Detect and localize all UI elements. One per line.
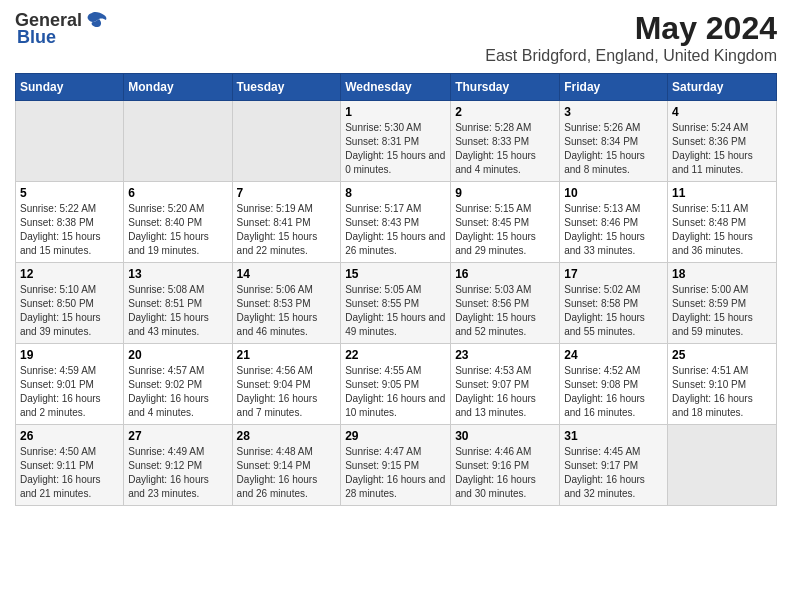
calendar-cell: 10Sunrise: 5:13 AMSunset: 8:46 PMDayligh…	[560, 182, 668, 263]
calendar-cell: 2Sunrise: 5:28 AMSunset: 8:33 PMDaylight…	[451, 101, 560, 182]
day-info: Sunrise: 4:50 AMSunset: 9:11 PMDaylight:…	[20, 445, 119, 501]
column-header-wednesday: Wednesday	[341, 74, 451, 101]
calendar-cell: 11Sunrise: 5:11 AMSunset: 8:48 PMDayligh…	[668, 182, 777, 263]
day-number: 25	[672, 348, 772, 362]
calendar-cell: 31Sunrise: 4:45 AMSunset: 9:17 PMDayligh…	[560, 425, 668, 506]
day-info: Sunrise: 4:53 AMSunset: 9:07 PMDaylight:…	[455, 364, 555, 420]
calendar-cell: 22Sunrise: 4:55 AMSunset: 9:05 PMDayligh…	[341, 344, 451, 425]
column-header-saturday: Saturday	[668, 74, 777, 101]
day-number: 10	[564, 186, 663, 200]
day-info: Sunrise: 4:51 AMSunset: 9:10 PMDaylight:…	[672, 364, 772, 420]
calendar-cell: 17Sunrise: 5:02 AMSunset: 8:58 PMDayligh…	[560, 263, 668, 344]
calendar-cell: 6Sunrise: 5:20 AMSunset: 8:40 PMDaylight…	[124, 182, 232, 263]
day-info: Sunrise: 5:15 AMSunset: 8:45 PMDaylight:…	[455, 202, 555, 258]
column-header-friday: Friday	[560, 74, 668, 101]
day-number: 27	[128, 429, 227, 443]
calendar-cell: 28Sunrise: 4:48 AMSunset: 9:14 PMDayligh…	[232, 425, 341, 506]
day-number: 28	[237, 429, 337, 443]
day-number: 9	[455, 186, 555, 200]
day-info: Sunrise: 5:13 AMSunset: 8:46 PMDaylight:…	[564, 202, 663, 258]
week-row-5: 26Sunrise: 4:50 AMSunset: 9:11 PMDayligh…	[16, 425, 777, 506]
day-number: 17	[564, 267, 663, 281]
day-info: Sunrise: 5:28 AMSunset: 8:33 PMDaylight:…	[455, 121, 555, 177]
day-number: 13	[128, 267, 227, 281]
calendar-cell	[124, 101, 232, 182]
calendar-cell: 23Sunrise: 4:53 AMSunset: 9:07 PMDayligh…	[451, 344, 560, 425]
page-subtitle: East Bridgford, England, United Kingdom	[485, 47, 777, 65]
day-info: Sunrise: 4:48 AMSunset: 9:14 PMDaylight:…	[237, 445, 337, 501]
day-number: 31	[564, 429, 663, 443]
day-number: 30	[455, 429, 555, 443]
day-number: 11	[672, 186, 772, 200]
week-row-3: 12Sunrise: 5:10 AMSunset: 8:50 PMDayligh…	[16, 263, 777, 344]
calendar-cell: 25Sunrise: 4:51 AMSunset: 9:10 PMDayligh…	[668, 344, 777, 425]
calendar-cell: 27Sunrise: 4:49 AMSunset: 9:12 PMDayligh…	[124, 425, 232, 506]
calendar-cell: 4Sunrise: 5:24 AMSunset: 8:36 PMDaylight…	[668, 101, 777, 182]
title-area: May 2024 East Bridgford, England, United…	[485, 10, 777, 65]
calendar-cell: 30Sunrise: 4:46 AMSunset: 9:16 PMDayligh…	[451, 425, 560, 506]
calendar-cell: 16Sunrise: 5:03 AMSunset: 8:56 PMDayligh…	[451, 263, 560, 344]
column-header-monday: Monday	[124, 74, 232, 101]
week-row-1: 1Sunrise: 5:30 AMSunset: 8:31 PMDaylight…	[16, 101, 777, 182]
day-number: 5	[20, 186, 119, 200]
day-info: Sunrise: 5:26 AMSunset: 8:34 PMDaylight:…	[564, 121, 663, 177]
day-number: 16	[455, 267, 555, 281]
calendar-cell: 8Sunrise: 5:17 AMSunset: 8:43 PMDaylight…	[341, 182, 451, 263]
day-info: Sunrise: 5:05 AMSunset: 8:55 PMDaylight:…	[345, 283, 446, 339]
calendar-cell: 21Sunrise: 4:56 AMSunset: 9:04 PMDayligh…	[232, 344, 341, 425]
header: General Blue May 2024 East Bridgford, En…	[15, 10, 777, 65]
day-number: 12	[20, 267, 119, 281]
logo-blue-text: Blue	[17, 27, 56, 48]
day-number: 15	[345, 267, 446, 281]
day-info: Sunrise: 5:08 AMSunset: 8:51 PMDaylight:…	[128, 283, 227, 339]
day-number: 29	[345, 429, 446, 443]
day-info: Sunrise: 5:06 AMSunset: 8:53 PMDaylight:…	[237, 283, 337, 339]
day-info: Sunrise: 5:24 AMSunset: 8:36 PMDaylight:…	[672, 121, 772, 177]
calendar-table: SundayMondayTuesdayWednesdayThursdayFrid…	[15, 73, 777, 506]
logo: General Blue	[15, 10, 108, 48]
calendar-cell: 5Sunrise: 5:22 AMSunset: 8:38 PMDaylight…	[16, 182, 124, 263]
day-info: Sunrise: 5:00 AMSunset: 8:59 PMDaylight:…	[672, 283, 772, 339]
day-info: Sunrise: 4:49 AMSunset: 9:12 PMDaylight:…	[128, 445, 227, 501]
calendar-cell: 19Sunrise: 4:59 AMSunset: 9:01 PMDayligh…	[16, 344, 124, 425]
day-info: Sunrise: 4:46 AMSunset: 9:16 PMDaylight:…	[455, 445, 555, 501]
calendar-cell	[16, 101, 124, 182]
calendar-cell: 7Sunrise: 5:19 AMSunset: 8:41 PMDaylight…	[232, 182, 341, 263]
calendar-cell: 29Sunrise: 4:47 AMSunset: 9:15 PMDayligh…	[341, 425, 451, 506]
day-info: Sunrise: 5:22 AMSunset: 8:38 PMDaylight:…	[20, 202, 119, 258]
calendar-cell: 15Sunrise: 5:05 AMSunset: 8:55 PMDayligh…	[341, 263, 451, 344]
day-number: 3	[564, 105, 663, 119]
day-info: Sunrise: 4:59 AMSunset: 9:01 PMDaylight:…	[20, 364, 119, 420]
day-info: Sunrise: 5:20 AMSunset: 8:40 PMDaylight:…	[128, 202, 227, 258]
column-header-thursday: Thursday	[451, 74, 560, 101]
calendar-cell: 14Sunrise: 5:06 AMSunset: 8:53 PMDayligh…	[232, 263, 341, 344]
calendar-cell: 26Sunrise: 4:50 AMSunset: 9:11 PMDayligh…	[16, 425, 124, 506]
day-info: Sunrise: 5:30 AMSunset: 8:31 PMDaylight:…	[345, 121, 446, 177]
day-number: 1	[345, 105, 446, 119]
header-row: SundayMondayTuesdayWednesdayThursdayFrid…	[16, 74, 777, 101]
day-info: Sunrise: 4:57 AMSunset: 9:02 PMDaylight:…	[128, 364, 227, 420]
day-info: Sunrise: 5:17 AMSunset: 8:43 PMDaylight:…	[345, 202, 446, 258]
day-number: 24	[564, 348, 663, 362]
day-info: Sunrise: 4:45 AMSunset: 9:17 PMDaylight:…	[564, 445, 663, 501]
calendar-cell	[232, 101, 341, 182]
day-number: 26	[20, 429, 119, 443]
calendar-cell: 12Sunrise: 5:10 AMSunset: 8:50 PMDayligh…	[16, 263, 124, 344]
day-number: 20	[128, 348, 227, 362]
day-info: Sunrise: 4:47 AMSunset: 9:15 PMDaylight:…	[345, 445, 446, 501]
calendar-cell: 24Sunrise: 4:52 AMSunset: 9:08 PMDayligh…	[560, 344, 668, 425]
day-number: 21	[237, 348, 337, 362]
calendar-cell: 13Sunrise: 5:08 AMSunset: 8:51 PMDayligh…	[124, 263, 232, 344]
day-info: Sunrise: 5:19 AMSunset: 8:41 PMDaylight:…	[237, 202, 337, 258]
day-number: 4	[672, 105, 772, 119]
day-number: 8	[345, 186, 446, 200]
logo-bird-icon	[84, 11, 108, 31]
day-info: Sunrise: 5:11 AMSunset: 8:48 PMDaylight:…	[672, 202, 772, 258]
calendar-cell: 9Sunrise: 5:15 AMSunset: 8:45 PMDaylight…	[451, 182, 560, 263]
day-number: 6	[128, 186, 227, 200]
day-info: Sunrise: 4:55 AMSunset: 9:05 PMDaylight:…	[345, 364, 446, 420]
calendar-cell: 20Sunrise: 4:57 AMSunset: 9:02 PMDayligh…	[124, 344, 232, 425]
day-number: 19	[20, 348, 119, 362]
page-title: May 2024	[485, 10, 777, 47]
calendar-cell	[668, 425, 777, 506]
